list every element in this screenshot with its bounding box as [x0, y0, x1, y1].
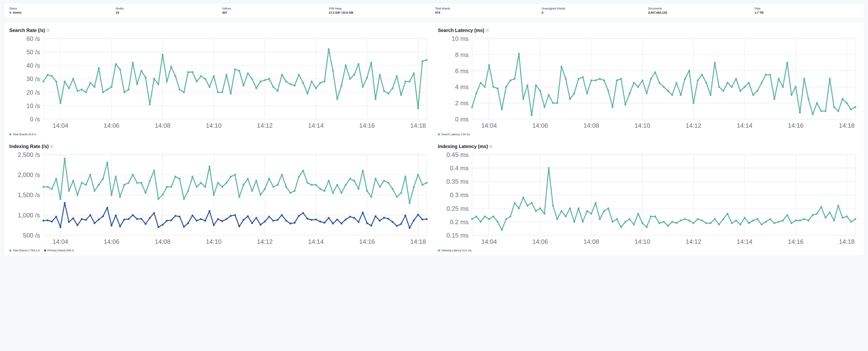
svg-point-229 [803, 78, 805, 80]
svg-text:14:18: 14:18 [839, 122, 855, 129]
svg-point-541 [722, 218, 724, 220]
svg-point-328 [294, 190, 296, 192]
stat-jvm-heap: JVM Heap17.2 GB / 32.6 GB [329, 7, 433, 14]
svg-point-66 [191, 71, 193, 73]
svg-point-526 [658, 222, 660, 224]
info-icon[interactable]: i [50, 145, 53, 148]
svg-point-302 [183, 198, 185, 200]
svg-text:14:12: 14:12 [686, 238, 701, 245]
stat-total-shards: Total shards574 [435, 7, 539, 14]
svg-point-368 [76, 224, 78, 226]
chart-canvas[interactable]: 500 /s1,000 /s1,500 /s2,000 /s2,500 /s14… [9, 151, 430, 248]
svg-point-556 [786, 214, 788, 216]
svg-point-311 [221, 186, 223, 188]
svg-point-376 [111, 225, 113, 226]
info-icon[interactable]: i [46, 29, 49, 32]
svg-point-397 [200, 218, 202, 220]
svg-point-167 [539, 90, 541, 92]
svg-point-157 [497, 87, 498, 89]
svg-point-426 [323, 222, 325, 224]
svg-point-81 [255, 87, 257, 89]
stat-data: Data1.7 TB [754, 7, 859, 14]
svg-point-449 [422, 218, 423, 220]
svg-point-487 [492, 216, 494, 217]
svg-point-488 [497, 221, 498, 223]
svg-point-170 [552, 102, 554, 104]
chart-canvas[interactable]: 0.15 ms0.2 ms0.25 ms0.3 ms0.35 ms0.4 ms0… [438, 151, 859, 248]
svg-text:14:16: 14:16 [359, 238, 375, 245]
svg-point-91 [298, 74, 300, 76]
svg-point-360 [42, 220, 44, 221]
svg-point-45 [102, 92, 104, 93]
svg-point-362 [51, 221, 53, 222]
svg-point-439 [379, 220, 381, 221]
svg-text:40 /s: 40 /s [26, 62, 40, 69]
svg-point-240 [850, 109, 852, 110]
svg-point-283 [102, 178, 104, 180]
svg-point-48 [115, 63, 117, 65]
svg-point-41 [85, 92, 87, 93]
chart-canvas[interactable]: 0 /s10 /s20 /s30 /s40 /s50 /s60 /s14:041… [9, 35, 430, 132]
svg-point-436 [366, 222, 368, 224]
legend-item[interactable]: Indexing Latency 0.21 ms [438, 249, 472, 252]
svg-point-231 [812, 113, 813, 115]
svg-point-78 [243, 84, 244, 86]
svg-point-513 [603, 210, 605, 212]
svg-point-308 [209, 166, 210, 168]
svg-point-552 [769, 218, 771, 220]
svg-point-361 [47, 219, 49, 221]
chart-title: Indexing Rate (/s) [9, 144, 49, 149]
svg-point-554 [778, 221, 780, 223]
svg-point-424 [315, 218, 317, 220]
svg-point-410 [255, 217, 257, 219]
svg-point-119 [417, 108, 419, 109]
svg-point-370 [85, 219, 87, 221]
legend-item[interactable]: Total Shards 43.8 /s [9, 133, 36, 136]
svg-point-181 [599, 78, 601, 80]
svg-point-521 [637, 213, 639, 215]
stat-value: 0 [542, 11, 646, 14]
svg-point-216 [748, 82, 750, 84]
svg-point-514 [608, 208, 609, 209]
svg-point-416 [281, 214, 283, 216]
svg-point-391 [175, 215, 176, 217]
svg-point-279 [85, 184, 87, 186]
legend-item[interactable]: Total Shards 1,794.3 /s [9, 249, 40, 252]
svg-point-203 [693, 102, 694, 104]
info-icon[interactable]: i [490, 145, 492, 148]
svg-point-191 [642, 79, 643, 81]
svg-point-450 [426, 218, 428, 220]
chart-legend: Total Shards 43.8 /s [9, 133, 430, 136]
svg-point-366 [68, 221, 70, 223]
svg-point-271 [51, 188, 53, 190]
svg-point-270 [47, 186, 49, 188]
svg-point-37 [68, 87, 70, 89]
svg-point-392 [179, 216, 181, 218]
legend-item[interactable]: Primary Shards 900 /s [44, 249, 74, 252]
svg-point-276 [72, 180, 74, 182]
legend-dot-icon [9, 133, 11, 135]
stat-documents: Documents2,407,062,132 [648, 7, 752, 14]
svg-point-230 [808, 98, 809, 100]
svg-point-342 [353, 180, 355, 182]
svg-point-509 [586, 210, 588, 212]
svg-text:14:14: 14:14 [737, 238, 752, 245]
svg-point-221 [769, 74, 771, 76]
info-icon[interactable]: i [486, 29, 489, 32]
svg-point-101 [340, 84, 342, 86]
chart-canvas[interactable]: 0 ms2 ms4 ms6 ms8 ms10 ms14:0414:0614:08… [438, 35, 859, 132]
chart-title: Indexing Latency (ms) [438, 144, 488, 149]
svg-point-318 [251, 190, 253, 192]
svg-point-422 [307, 218, 308, 219]
svg-point-226 [790, 94, 792, 96]
svg-point-413 [268, 216, 270, 218]
svg-point-98 [328, 48, 330, 50]
svg-point-414 [273, 220, 274, 221]
svg-point-423 [311, 219, 312, 221]
legend-item[interactable]: Search Latency 1.54 ms [438, 133, 470, 136]
svg-point-74 [225, 74, 227, 76]
svg-point-411 [259, 224, 261, 226]
svg-point-503 [561, 210, 562, 212]
svg-point-354 [404, 176, 406, 178]
chart-search-rate: Search Rate (/s)i0 /s10 /s20 /s30 /s40 /… [9, 28, 430, 136]
